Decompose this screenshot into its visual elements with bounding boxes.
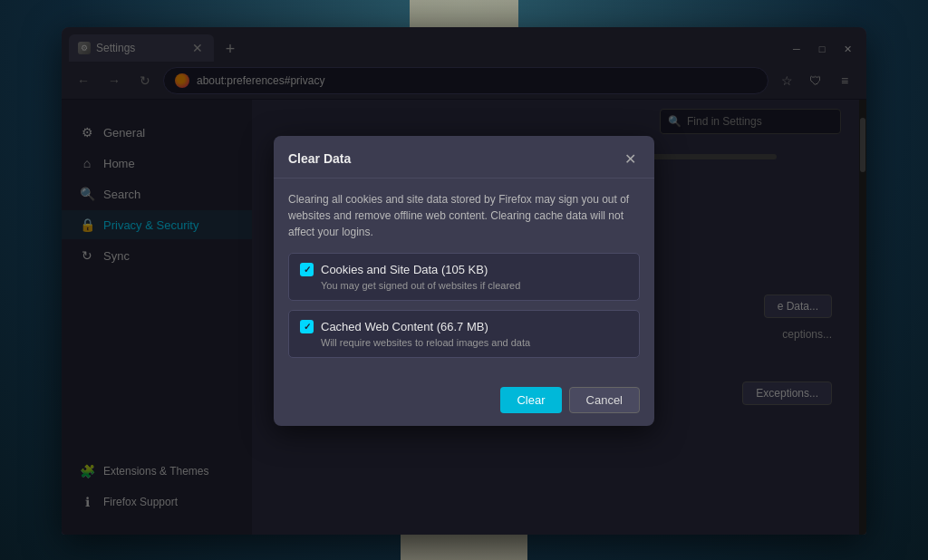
cache-option-row: Cached Web Content (66.7 MB) xyxy=(300,320,628,333)
clear-button[interactable]: Clear xyxy=(500,387,561,413)
modal-title: Clear Data xyxy=(288,151,351,166)
content-area: ⚙ General ⌂ Home 🔍 Search 🔒 Privacy & Se… xyxy=(62,100,866,535)
modal-close-button[interactable]: ✕ xyxy=(620,149,640,169)
cache-option: Cached Web Content (66.7 MB) Will requir… xyxy=(288,310,640,358)
cache-option-desc: Will require websites to reload images a… xyxy=(321,337,628,348)
browser-window: ⚙ Settings ✕ + ─ □ ✕ ← → ↻ about:prefere… xyxy=(62,27,866,535)
cookies-option-desc: You may get signed out of websites if cl… xyxy=(321,280,628,291)
cancel-button[interactable]: Cancel xyxy=(569,387,640,413)
cache-option-label: Cached Web Content (66.7 MB) xyxy=(321,320,488,333)
clear-data-dialog: Clear Data ✕ Clearing all cookies and si… xyxy=(274,136,654,426)
cookies-checkbox[interactable] xyxy=(300,263,314,276)
modal-footer: Clear Cancel xyxy=(274,380,654,426)
cache-checkbox[interactable] xyxy=(300,320,314,333)
cookies-option-label: Cookies and Site Data (105 KB) xyxy=(321,263,488,276)
modal-overlay: Clear Data ✕ Clearing all cookies and si… xyxy=(62,100,866,535)
modal-header: Clear Data ✕ xyxy=(274,136,654,179)
modal-body: Clearing all cookies and site data store… xyxy=(274,179,654,380)
cookies-option: Cookies and Site Data (105 KB) You may g… xyxy=(288,253,640,301)
cookies-option-row: Cookies and Site Data (105 KB) xyxy=(300,263,628,276)
modal-description: Clearing all cookies and site data store… xyxy=(288,191,640,240)
